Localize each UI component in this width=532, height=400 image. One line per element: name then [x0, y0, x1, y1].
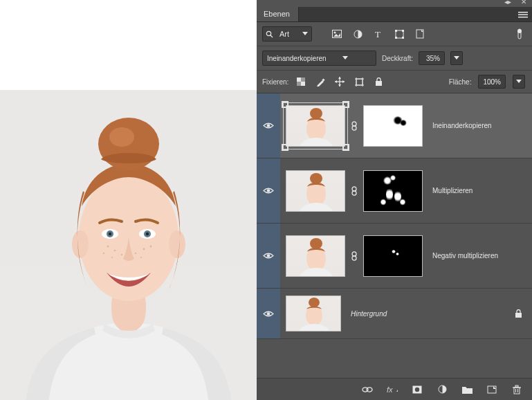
opacity-label: Deckkraft: [382, 55, 413, 62]
layer-name[interactable]: Hintergrund [347, 310, 387, 318]
tab-layers[interactable]: Ebenen [257, 7, 299, 21]
lock-icon[interactable] [515, 309, 522, 318]
blend-opacity-toolbar: Ineinanderkopieren Deckkraft: 35% [257, 46, 532, 71]
new-layer-button[interactable] [486, 384, 497, 395]
svg-rect-80 [515, 385, 518, 387]
new-adjustment-button[interactable] [437, 384, 448, 395]
svg-text:◂▸: ◂▸ [504, 0, 511, 6]
link-icon [351, 251, 358, 261]
layer-mask-thumbnail[interactable] [363, 170, 423, 212]
svg-text:fx: fx [387, 385, 393, 394]
opacity-slider-button[interactable] [450, 51, 463, 65]
chevron-down-icon [299, 32, 311, 36]
svg-rect-32 [395, 30, 397, 32]
svg-point-28 [334, 32, 336, 34]
new-group-button[interactable] [461, 384, 473, 395]
visibility-toggle[interactable] [257, 289, 280, 338]
panel-window-controls[interactable]: ◂▸✕ [504, 0, 528, 6]
svg-line-26 [270, 35, 273, 37]
panel-menu-button[interactable] [518, 11, 528, 18]
eye-icon [263, 122, 274, 129]
visibility-toggle[interactable] [257, 93, 280, 158]
svg-rect-39 [297, 78, 301, 82]
lock-fill-toolbar: Fixieren: Fläche: 100% [257, 71, 532, 93]
filter-toggle-switch[interactable] [514, 28, 525, 39]
svg-rect-42 [297, 82, 301, 86]
layer-row[interactable]: Negativ multiplizieren [257, 224, 532, 289]
layer-thumbnail[interactable] [286, 170, 345, 212]
fill-value[interactable]: 100% [478, 75, 506, 89]
svg-rect-33 [402, 30, 404, 32]
layer-name[interactable]: Negativ multiplizieren [428, 252, 498, 260]
layer-mask-thumbnail[interactable] [363, 235, 423, 277]
portrait-illustration [4, 96, 253, 400]
svg-point-16 [143, 248, 145, 251]
svg-point-4 [109, 127, 134, 147]
lock-label: Fixieren: [262, 78, 288, 86]
lock-icons [295, 76, 384, 87]
svg-point-72 [367, 387, 372, 391]
svg-point-67 [267, 312, 270, 316]
filter-type-icon[interactable]: T [373, 28, 384, 39]
svg-point-59 [310, 173, 322, 184]
svg-point-52 [267, 124, 270, 127]
filter-icons: T [331, 28, 425, 39]
blend-mode-label: Ineinanderkopieren [263, 55, 339, 62]
fill-slider-button[interactable] [513, 75, 525, 89]
tab-label: Ebenen [264, 10, 290, 18]
svg-point-14 [120, 254, 122, 255]
layer-row[interactable]: Hintergrund [257, 289, 532, 339]
link-layers-button[interactable] [362, 384, 373, 395]
layer-filter-select[interactable]: Art [262, 26, 312, 42]
delete-layer-button[interactable] [511, 384, 522, 395]
layer-thumbnail[interactable] [286, 296, 341, 331]
svg-rect-34 [395, 37, 397, 39]
svg-point-38 [517, 29, 522, 33]
layer-thumbnail[interactable] [286, 235, 345, 277]
layer-name[interactable]: Multiplizieren [428, 187, 473, 194]
link-icon [351, 121, 358, 131]
svg-point-13 [102, 253, 104, 254]
svg-point-12 [113, 250, 116, 252]
layer-row[interactable]: Multiplizieren [257, 158, 532, 224]
lock-transparency-icon[interactable] [295, 76, 306, 87]
lock-pixels-icon[interactable] [315, 76, 326, 87]
svg-text:✕: ✕ [521, 0, 526, 6]
layers-panel: ◂▸✕ Ebenen Art T [257, 0, 532, 400]
svg-point-18 [140, 257, 141, 258]
svg-point-2 [169, 230, 185, 258]
layer-name[interactable]: Ineinanderkopieren [428, 122, 492, 129]
link-icon [351, 186, 358, 196]
fill-label: Fläche: [449, 78, 472, 86]
layer-thumbs [280, 98, 428, 154]
layer-mask-thumbnail[interactable] [363, 105, 423, 147]
layer-row[interactable]: Ineinanderkopieren [257, 93, 532, 158]
lock-artboard-icon[interactable] [354, 76, 365, 87]
filter-pixel-icon[interactable] [331, 28, 342, 39]
svg-rect-78 [514, 388, 520, 394]
blend-mode-select[interactable]: Ineinanderkopieren [262, 51, 376, 66]
filter-smartobject-icon[interactable] [414, 28, 425, 39]
svg-rect-35 [402, 37, 404, 39]
visibility-toggle[interactable] [257, 224, 280, 288]
svg-rect-77 [488, 386, 496, 393]
svg-rect-22 [518, 12, 528, 13]
filter-adjustment-icon[interactable] [352, 28, 363, 39]
filter-label: Art [275, 30, 299, 38]
layer-thumbs [280, 228, 428, 284]
eye-icon [263, 187, 274, 194]
lock-all-icon[interactable] [373, 76, 384, 87]
svg-rect-51 [376, 81, 382, 86]
opacity-value[interactable]: 35% [419, 51, 445, 65]
svg-point-54 [310, 108, 322, 119]
layer-thumbs [280, 289, 347, 338]
add-mask-button[interactable] [412, 384, 423, 395]
svg-point-25 [266, 31, 270, 35]
filter-shape-icon[interactable] [394, 28, 405, 39]
svg-point-15 [134, 253, 136, 254]
visibility-toggle[interactable] [257, 158, 280, 223]
layer-thumbnail[interactable] [286, 105, 345, 147]
svg-rect-70 [515, 313, 522, 318]
fx-button[interactable]: fx [387, 384, 398, 395]
lock-position-icon[interactable] [334, 76, 345, 87]
